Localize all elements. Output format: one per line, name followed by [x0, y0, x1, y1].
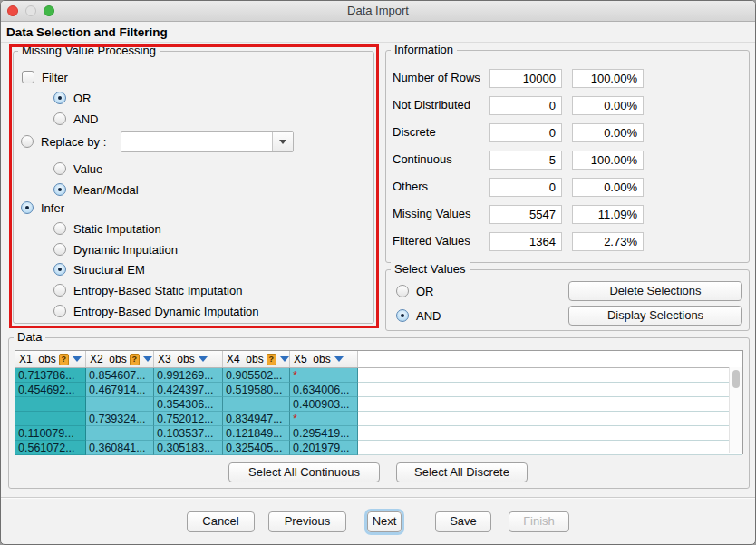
column-header-x1[interactable]: X1_obs ?: [15, 351, 86, 367]
select-and-radio[interactable]: [396, 309, 409, 322]
filter-or-radio[interactable]: [53, 92, 66, 104]
info-count-field[interactable]: 0: [489, 96, 562, 115]
table-cell[interactable]: 0.360841...: [86, 441, 154, 455]
filter-and-radio[interactable]: [53, 112, 66, 125]
scrollbar-thumb[interactable]: [732, 370, 740, 388]
filter-and-radio-row[interactable]: AND: [53, 112, 98, 126]
static-imputation-radio[interactable]: [53, 222, 66, 235]
select-all-discrete-button[interactable]: Select All Discrete: [396, 462, 528, 482]
table-cell[interactable]: [86, 426, 154, 441]
sort-dropdown-icon[interactable]: [334, 356, 344, 362]
mean-modal-radio[interactable]: [53, 183, 66, 196]
table-cell[interactable]: [15, 412, 86, 426]
table-cell[interactable]: 0.739324...: [86, 412, 154, 426]
table-cell[interactable]: [15, 397, 86, 412]
info-count-field[interactable]: 5547: [489, 205, 562, 224]
table-cell[interactable]: 0.519580...: [223, 383, 290, 397]
infer-radio[interactable]: [21, 201, 34, 214]
column-header-x5[interactable]: X5_obs: [290, 351, 358, 367]
table-cell[interactable]: 0.305183...: [154, 441, 223, 455]
table-cell[interactable]: 0.834947...: [223, 412, 290, 426]
finish-button[interactable]: Finish: [509, 511, 569, 532]
info-percent-field[interactable]: 0.00%: [572, 96, 644, 115]
table-cell[interactable]: 0.103537...: [154, 426, 223, 441]
table-cell[interactable]: 0.991269...: [154, 368, 223, 383]
replace-by-radio-row[interactable]: Replace by :: [21, 134, 106, 149]
table-cell[interactable]: 0.121849...: [223, 426, 290, 441]
table-cell[interactable]: 0.713786...: [15, 368, 86, 383]
select-all-continuous-button[interactable]: Select All Continuous: [228, 462, 380, 482]
sort-dropdown-icon[interactable]: [73, 356, 82, 362]
dynamic-imputation-radio[interactable]: [53, 243, 66, 256]
entropy-dynamic-radio-row[interactable]: Entropy-Based Dynamic Imputation: [53, 304, 258, 318]
cancel-button[interactable]: Cancel: [187, 511, 255, 532]
previous-button[interactable]: Previous: [268, 511, 346, 532]
table-cell[interactable]: 0.854607...: [86, 368, 154, 383]
entropy-dynamic-radio[interactable]: [53, 305, 66, 317]
replace-by-radio[interactable]: [21, 135, 34, 148]
table-row[interactable]: 0.454692... 0.467914... 0.424397... 0.51…: [15, 383, 742, 397]
table-cell[interactable]: [86, 397, 154, 412]
table-cell[interactable]: 0.454692...: [15, 383, 86, 397]
table-cell-missing[interactable]: *: [290, 368, 358, 383]
select-or-radio-row[interactable]: OR: [396, 284, 434, 298]
info-count-field[interactable]: 0: [489, 123, 562, 142]
table-cell[interactable]: [223, 397, 290, 412]
column-header-x4[interactable]: X4_obs ?: [223, 351, 290, 367]
table-cell[interactable]: 0.905502...: [223, 368, 290, 383]
dynamic-imputation-radio-row[interactable]: Dynamic Imputation: [53, 242, 178, 257]
info-count-field[interactable]: 1364: [489, 232, 562, 251]
info-percent-field[interactable]: 100.00%: [572, 151, 644, 170]
vertical-scrollbar[interactable]: [729, 367, 742, 453]
info-percent-field[interactable]: 2.73%: [572, 232, 644, 251]
next-button[interactable]: Next: [367, 511, 402, 532]
table-cell[interactable]: 0.110079...: [15, 426, 86, 441]
table-cell[interactable]: 0.354306...: [154, 397, 223, 412]
entropy-static-radio-row[interactable]: Entropy-Based Static Imputation: [53, 283, 242, 297]
static-imputation-radio-row[interactable]: Static Imputation: [53, 221, 161, 236]
table-cell[interactable]: 0.424397...: [154, 383, 223, 397]
table-row[interactable]: 0.561072... 0.360841... 0.305183... 0.32…: [15, 441, 742, 455]
info-count-field[interactable]: 0: [489, 178, 562, 197]
info-percent-field[interactable]: 100.00%: [572, 69, 644, 88]
table-cell[interactable]: 0.561072...: [15, 441, 86, 455]
table-row[interactable]: 0.354306... 0.400903...: [15, 397, 742, 412]
structural-em-radio[interactable]: [53, 263, 66, 276]
table-cell[interactable]: 0.467914...: [86, 383, 154, 397]
table-row[interactable]: 0.713786... 0.854607... 0.991269... 0.90…: [15, 368, 742, 383]
mean-modal-radio-row[interactable]: Mean/Modal: [53, 182, 139, 197]
table-cell[interactable]: 0.400903...: [290, 397, 358, 412]
filter-checkbox[interactable]: [22, 71, 34, 83]
column-header-x2[interactable]: X2_obs ?: [86, 351, 154, 367]
column-header-x3[interactable]: X3_obs: [154, 351, 223, 367]
select-and-radio-row[interactable]: AND: [396, 308, 441, 323]
structural-em-radio-row[interactable]: Structural EM: [53, 262, 145, 277]
filter-or-radio-row[interactable]: OR: [53, 91, 92, 105]
table-cell[interactable]: 0.752012...: [154, 412, 223, 426]
title-bar[interactable]: Data Import: [1, 1, 755, 22]
value-radio-row[interactable]: Value: [53, 161, 102, 176]
combobox-dropdown-button[interactable]: [272, 132, 293, 151]
info-percent-field[interactable]: 0.00%: [572, 123, 644, 142]
info-percent-field[interactable]: 11.09%: [572, 205, 644, 224]
table-row[interactable]: 0.739324... 0.752012... 0.834947... *: [15, 412, 742, 426]
info-count-field[interactable]: 5: [489, 151, 562, 170]
select-or-radio[interactable]: [396, 285, 409, 297]
sort-dropdown-icon[interactable]: [199, 356, 208, 362]
info-percent-field[interactable]: 0.00%: [572, 178, 644, 197]
info-count-field[interactable]: 10000: [489, 69, 562, 88]
filter-checkbox-row[interactable]: Filter: [22, 70, 68, 84]
table-cell[interactable]: 0.295419...: [290, 426, 358, 441]
entropy-static-radio[interactable]: [53, 284, 66, 297]
replace-by-combobox[interactable]: [121, 131, 294, 152]
table-cell-missing[interactable]: *: [290, 412, 358, 426]
save-button[interactable]: Save: [435, 511, 491, 532]
sort-dropdown-icon[interactable]: [143, 356, 152, 362]
sort-dropdown-icon[interactable]: [280, 356, 289, 362]
table-cell[interactable]: 0.634006...: [290, 383, 358, 397]
display-selections-button[interactable]: Display Selections: [568, 306, 742, 326]
table-cell[interactable]: 0.325405...: [223, 441, 290, 455]
delete-selections-button[interactable]: Delete Selections: [568, 281, 742, 301]
table-row[interactable]: 0.110079... 0.103537... 0.121849... 0.29…: [15, 426, 742, 441]
value-radio[interactable]: [53, 162, 66, 175]
